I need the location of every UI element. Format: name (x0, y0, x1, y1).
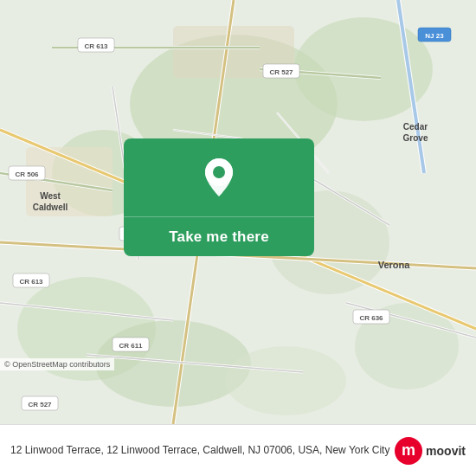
svg-text:CR 527: CR 527 (269, 68, 293, 76)
location-pin-icon (200, 155, 238, 200)
svg-point-7 (95, 320, 251, 407)
svg-point-8 (225, 346, 346, 415)
bottom-bar: 12 Linwood Terrace, 12 Linwood Terrace, … (0, 424, 476, 476)
svg-text:West: West (40, 191, 61, 201)
svg-text:CR 506: CR 506 (15, 170, 39, 178)
map-container: CR 613 CR 527 NJ 23 CR 506 CR 527 CR 613… (0, 0, 476, 424)
location-pin-area (124, 138, 314, 216)
take-me-there-button[interactable]: Take me there (124, 216, 314, 256)
svg-text:CR 527: CR 527 (28, 401, 52, 408)
moovit-logo: m moovit (395, 437, 466, 465)
map-credit: © OpenStreetMap contributors (0, 358, 114, 370)
svg-text:Verona: Verona (378, 260, 411, 270)
svg-text:Caldwell: Caldwell (33, 203, 68, 212)
moovit-icon: m (395, 437, 422, 465)
svg-point-63 (213, 166, 225, 178)
button-overlay: Take me there (124, 138, 314, 256)
address-text: 12 Linwood Terrace, 12 Linwood Terrace, … (10, 443, 395, 458)
moovit-text: moovit (426, 444, 466, 458)
svg-text:CR 613: CR 613 (84, 42, 108, 50)
svg-text:Grove: Grove (403, 133, 428, 143)
svg-text:CR 611: CR 611 (119, 342, 143, 350)
svg-text:Cedar: Cedar (403, 122, 428, 132)
svg-text:CR 636: CR 636 (359, 314, 383, 322)
svg-text:NJ 23: NJ 23 (425, 32, 444, 40)
svg-text:CR 613: CR 613 (19, 278, 43, 286)
